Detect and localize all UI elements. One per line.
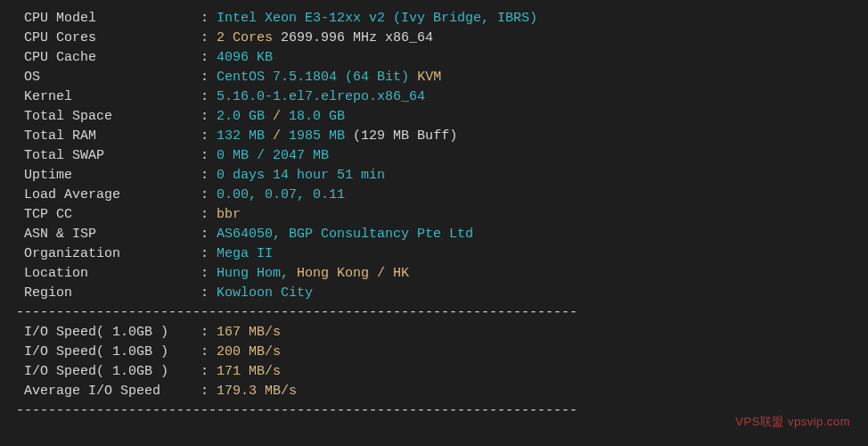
row-label: Region	[16, 285, 201, 301]
row-colon: :	[201, 50, 217, 65]
row-value: /	[265, 109, 289, 124]
row-label: Location	[16, 266, 201, 281]
row-colon: :	[201, 207, 217, 222]
row-colon: :	[201, 227, 217, 242]
row-value: 5.16.0-1.el7.elrepo.x86_64	[217, 89, 425, 104]
row-value: 2699.996 MHz x86_64	[273, 30, 433, 45]
row-label: I/O Speed( 1.0GB )	[16, 364, 201, 379]
row-colon: :	[201, 70, 217, 85]
row-value: /	[265, 128, 289, 144]
row-value: 2 Cores	[217, 30, 273, 45]
row-value: (129 MB Buff)	[345, 128, 457, 144]
row-value: 1985 MB	[289, 128, 345, 144]
row-label: Total Space	[16, 109, 201, 124]
output-row: Total Space : 2.0 GB / 18.0 GB	[16, 107, 852, 127]
row-label: Uptime	[16, 168, 201, 183]
row-value: 171 MB/s	[217, 364, 281, 379]
row-value: 0 days 14 hour 51 min	[217, 168, 385, 183]
output-row: I/O Speed( 1.0GB ) : 200 MB/s	[16, 343, 852, 362]
row-colon: :	[201, 128, 217, 144]
row-colon: :	[201, 384, 217, 399]
row-value: AS64050, BGP Consultancy Pte Ltd	[217, 227, 473, 242]
row-value: Mega II	[217, 246, 273, 261]
row-value: bbr	[217, 207, 241, 222]
output-row: ASN & ISP : AS64050, BGP Consultancy Pte…	[16, 225, 852, 244]
row-label: Organization	[16, 246, 201, 261]
output-row: CPU Cores : 2 Cores 2699.996 MHz x86_64	[16, 29, 852, 48]
output-row: CPU Model : Intel Xeon E3-12xx v2 (Ivy B…	[16, 9, 852, 29]
row-colon: :	[201, 168, 217, 183]
output-row: I/O Speed( 1.0GB ) : 171 MB/s	[16, 362, 852, 382]
row-label: Load Average	[16, 187, 201, 202]
row-value: Hong Kong / HK	[297, 266, 409, 281]
output-row: Average I/O Speed : 179.3 MB/s	[16, 382, 852, 401]
row-value: CentOS 7.5.1804 (64 Bit)	[217, 70, 409, 85]
row-value: 200 MB/s	[217, 344, 281, 359]
separator: ----------------------------------------…	[16, 303, 852, 323]
output-row: I/O Speed( 1.0GB ) : 167 MB/s	[16, 323, 852, 343]
output-row: Load Average : 0.00, 0.07, 0.11	[16, 186, 852, 205]
row-label: OS	[16, 70, 201, 85]
row-label: Total SWAP	[16, 148, 201, 163]
row-value: KVM	[417, 70, 441, 85]
row-value: 0.00, 0.07, 0.11	[217, 187, 345, 202]
row-value: 2.0 GB	[217, 109, 265, 124]
output-row: Kernel : 5.16.0-1.el7.elrepo.x86_64	[16, 87, 852, 107]
row-colon: :	[201, 30, 217, 45]
row-value: 18.0 GB	[289, 109, 345, 124]
row-value: 0 MB / 2047 MB	[217, 148, 329, 163]
row-label: Average I/O Speed	[16, 384, 201, 399]
output-row: CPU Cache : 4096 KB	[16, 48, 852, 68]
row-label: ASN & ISP	[16, 227, 201, 242]
row-label: CPU Cores	[16, 30, 201, 45]
row-colon: :	[201, 246, 217, 261]
row-label: Total RAM	[16, 128, 201, 144]
output-row: TCP CC : bbr	[16, 205, 852, 225]
row-label: TCP CC	[16, 207, 201, 222]
row-label: Kernel	[16, 89, 201, 104]
row-colon: :	[201, 187, 217, 202]
output-row: Organization : Mega II	[16, 244, 852, 264]
row-value: 4096 KB	[217, 50, 273, 65]
row-colon: :	[201, 325, 217, 340]
row-colon: :	[201, 109, 217, 124]
row-colon: :	[201, 11, 217, 26]
row-colon: :	[201, 344, 217, 359]
row-label: CPU Cache	[16, 50, 201, 65]
row-colon: :	[201, 266, 217, 281]
output-row: OS : CentOS 7.5.1804 (64 Bit) KVM	[16, 68, 852, 87]
row-value: Kowloon City	[217, 285, 313, 301]
row-value: 167 MB/s	[217, 325, 281, 340]
row-value: Hung Hom,	[217, 266, 297, 281]
output-row: Total SWAP : 0 MB / 2047 MB	[16, 146, 852, 166]
row-label: I/O Speed( 1.0GB )	[16, 344, 201, 359]
row-value: 179.3 MB/s	[217, 384, 297, 399]
terminal-output: CPU Model : Intel Xeon E3-12xx v2 (Ivy B…	[16, 9, 852, 421]
row-colon: :	[201, 148, 217, 163]
row-value: 132 MB	[217, 128, 265, 144]
output-row: Region : Kowloon City	[16, 284, 852, 303]
row-colon: :	[201, 285, 217, 301]
output-row: Location : Hung Hom, Hong Kong / HK	[16, 264, 852, 284]
output-row: Total RAM : 132 MB / 1985 MB (129 MB Buf…	[16, 127, 852, 146]
watermark: VPS联盟 vpsvip.com	[735, 412, 850, 430]
row-colon: :	[201, 364, 217, 379]
row-value	[409, 70, 417, 85]
row-colon: :	[201, 89, 217, 104]
output-row: Uptime : 0 days 14 hour 51 min	[16, 166, 852, 186]
row-label: I/O Speed( 1.0GB )	[16, 325, 201, 340]
row-value: Intel Xeon E3-12xx v2 (Ivy Bridge, IBRS)	[217, 11, 537, 26]
row-label: CPU Model	[16, 11, 201, 26]
separator: ----------------------------------------…	[16, 401, 852, 421]
